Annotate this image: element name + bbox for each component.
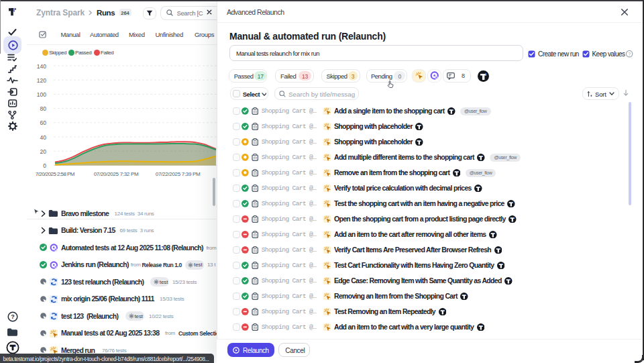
svg-text:?: ? <box>628 52 631 56</box>
svg-text:?: ? <box>11 313 15 320</box>
